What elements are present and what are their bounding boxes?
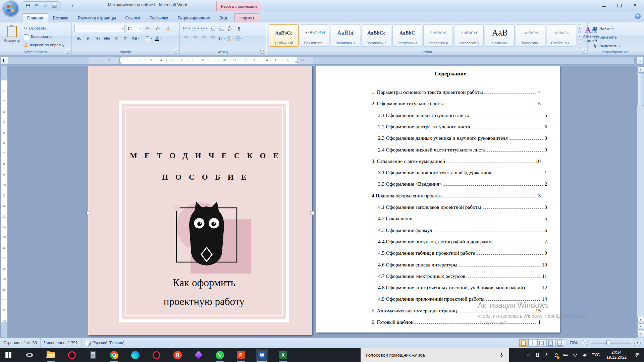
tab-вид[interactable]: Вид	[215, 14, 232, 22]
style-h5[interactable]: AaBbCcIЗаголовок 5	[454, 24, 484, 47]
tab-разметка-страницы[interactable]: Разметка страницы	[73, 14, 120, 22]
tray-expand-icon[interactable]	[523, 348, 533, 362]
borders-button[interactable]	[235, 35, 243, 42]
view-ruler-toggle[interactable]: ⇕	[637, 57, 643, 65]
cut-button[interactable]: ✂Вырезать	[22, 24, 66, 32]
tab-рассылки[interactable]: Рассылки	[145, 14, 173, 22]
language-switcher[interactable]: РУС	[589, 353, 602, 357]
highlight-button[interactable]: ab	[144, 35, 153, 42]
search-mic-icon[interactable]	[498, 352, 504, 358]
edge-icon[interactable]	[129, 349, 141, 361]
close-button[interactable]: ×	[628, 2, 642, 9]
zoom-in-icon[interactable]: +	[634, 340, 641, 346]
volume-icon[interactable]	[580, 348, 589, 362]
select-button[interactable]: Выделить▾	[591, 42, 622, 50]
battery-icon[interactable]	[561, 348, 570, 362]
opera-icon[interactable]	[151, 349, 162, 361]
shrink-font-button[interactable]: А	[154, 25, 162, 32]
style-h1[interactable]: AaBb(Заголовок 1	[331, 24, 360, 47]
redo-icon[interactable]: ↺	[42, 2, 49, 9]
web-layout-view-button[interactable]	[537, 339, 546, 347]
numbering-button[interactable]	[191, 25, 199, 32]
subscript-button[interactable]: x2	[112, 35, 121, 42]
styles-scroll-up[interactable]: ▲	[578, 24, 581, 32]
style-h3[interactable]: AaBbCЗаголовок 3	[392, 24, 422, 47]
styles-gallery-expand[interactable]: ⏷	[578, 41, 581, 48]
alice-search-box[interactable]: Голосовой помощник Алиса	[361, 348, 509, 362]
paragraph-dialog-launcher[interactable]: ◿	[260, 49, 265, 54]
italic-button[interactable]: К	[84, 35, 93, 42]
scrollbar-thumb[interactable]	[637, 73, 644, 106]
yandex-browser-icon[interactable]: Я	[172, 349, 183, 361]
previous-page-icon[interactable]: ⏶	[637, 323, 644, 330]
horizontal-ruler[interactable]: 3211234567891011121314151617	[8, 57, 635, 65]
style-noint[interactable]: AaBbCcDdБез интерв...	[300, 24, 329, 47]
start-icon[interactable]	[3, 349, 14, 361]
align-center-button[interactable]	[191, 35, 199, 42]
word-icon[interactable]: W	[256, 349, 268, 361]
excel-icon[interactable]: X	[277, 349, 289, 361]
bullets-button[interactable]	[182, 25, 191, 32]
style-sub[interactable]: AaBbCcLПодзаголо...	[516, 24, 545, 47]
zoom-slider-thumb[interactable]	[606, 341, 610, 346]
help-icon[interactable]: ?	[635, 13, 641, 19]
undo-icon[interactable]: ↶	[33, 2, 40, 9]
tab-рецензирование[interactable]: Рецензирование	[173, 14, 215, 22]
clear-formatting-button[interactable]	[164, 25, 172, 32]
fullscreen-reading-view-button[interactable]	[528, 339, 537, 347]
clipboard-dialog-launcher[interactable]: ◿	[66, 49, 70, 54]
microphone-icon[interactable]	[542, 348, 551, 362]
action-center-icon[interactable]	[631, 348, 644, 362]
next-page-icon[interactable]: ⏷	[637, 331, 644, 337]
bold-button[interactable]: Ж	[74, 35, 83, 42]
page-indicator[interactable]: Страница: 1 из 30	[0, 338, 41, 348]
whatsapp-icon[interactable]	[214, 349, 225, 361]
find-button[interactable]: Найти▾	[591, 25, 622, 32]
zoom-out-icon[interactable]: −	[582, 340, 588, 346]
zoom-level[interactable]: 70%	[570, 341, 578, 345]
picture-resize-handle-left[interactable]	[87, 211, 90, 215]
maximize-button[interactable]	[612, 2, 627, 9]
sync-icon[interactable]	[551, 348, 561, 362]
purple-gem-app-icon[interactable]	[193, 349, 204, 361]
clock[interactable]: 20:34 19.12.2022	[602, 350, 631, 360]
sort-button[interactable]: АЯ↓	[226, 25, 234, 32]
grow-font-button[interactable]: А	[144, 25, 152, 32]
shading-button[interactable]	[226, 35, 234, 42]
word-count[interactable]: Число слов: 1 791	[41, 338, 82, 348]
powerpoint-icon[interactable]: P	[235, 349, 247, 361]
increase-indent-button[interactable]	[217, 25, 225, 32]
style-title[interactable]: AaBНазвание	[485, 24, 515, 47]
vertical-ruler[interactable]: 11234567891011121314151617181920212223	[1, 66, 8, 338]
tab-stop-selector[interactable]	[1, 57, 8, 64]
save-icon[interactable]	[24, 2, 31, 9]
tab-ссылки[interactable]: Ссылки	[120, 14, 145, 22]
font-size-combo[interactable]: 14▾	[126, 25, 142, 32]
paste-button[interactable]: Вставить▾	[3, 24, 21, 49]
task-view-icon[interactable]	[24, 349, 35, 361]
vertical-scrollbar[interactable]: ▲ ▼ ⏶ ⏷	[637, 66, 644, 338]
show-marks-button[interactable]: ¶	[235, 25, 243, 32]
minimize-button[interactable]	[597, 2, 611, 9]
scroll-down-icon[interactable]: ▼	[637, 317, 644, 323]
file-explorer-icon[interactable]	[45, 349, 56, 361]
styles-dialog-launcher[interactable]: ◿	[582, 49, 586, 54]
tab-формат[interactable]: Формат	[234, 13, 259, 22]
multilevel-list-button[interactable]	[200, 25, 208, 32]
change-case-button[interactable]: Аа	[131, 35, 140, 42]
line-spacing-button[interactable]	[217, 35, 225, 42]
print-icon[interactable]	[51, 2, 57, 9]
wifi-icon[interactable]	[570, 348, 580, 362]
format-painter-button[interactable]: Формат по образцу	[22, 41, 66, 49]
print-layout-view-button[interactable]	[519, 339, 528, 347]
chrome-icon[interactable]	[108, 349, 120, 361]
decrease-indent-button[interactable]	[209, 25, 217, 32]
outline-view-button[interactable]	[546, 339, 555, 347]
calculator-icon[interactable]	[87, 349, 99, 361]
opera-gx-icon[interactable]	[66, 349, 77, 361]
align-left-button[interactable]	[182, 35, 191, 42]
tab-главная[interactable]: Главная	[22, 13, 48, 22]
font-color-button[interactable]: А	[154, 35, 162, 42]
toc-page[interactable]: Содержание 1. Параметры основного текста…	[316, 66, 560, 333]
replace-button[interactable]: Заменить	[591, 34, 622, 41]
